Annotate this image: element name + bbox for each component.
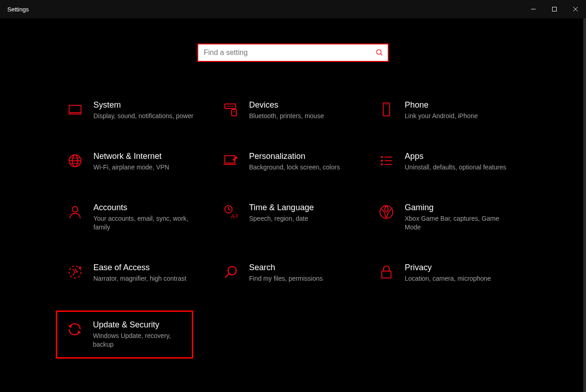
svg-rect-28: [381, 163, 383, 165]
svg-line-33: [228, 209, 230, 210]
titlebar: Settings: [0, 0, 586, 18]
gaming-icon: [377, 203, 396, 221]
tile-desc: Display, sound, notifications, power: [93, 112, 193, 120]
tile-accounts[interactable]: Accounts Your accounts, email, sync, wor…: [64, 201, 220, 234]
svg-rect-6: [69, 105, 81, 113]
tile-phone[interactable]: Phone Link your Android, iPhone: [375, 98, 531, 122]
svg-rect-12: [232, 106, 233, 107]
tile-title: Devices: [249, 100, 324, 110]
tile-desc: Your accounts, email, sync, work, family: [93, 214, 204, 232]
search-box[interactable]: [197, 44, 389, 62]
tile-title: Personalization: [249, 152, 340, 161]
close-button[interactable]: [565, 0, 586, 18]
tile-desc: Background, lock screen, colors: [249, 163, 340, 172]
tile-title: Ease of Access: [93, 263, 186, 272]
maximize-button[interactable]: [544, 0, 565, 18]
svg-point-4: [377, 50, 381, 54]
tile-title: Apps: [405, 152, 506, 161]
personalization-icon: [222, 152, 240, 170]
tile-desc: Bluetooth, printers, mouse: [249, 112, 324, 120]
settings-grid: System Display, sound, notifications, po…: [64, 62, 531, 359]
tile-system[interactable]: System Display, sound, notifications, po…: [64, 98, 220, 122]
tile-title: Privacy: [405, 263, 491, 272]
search-container: [0, 18, 586, 62]
tile-network[interactable]: Network & Internet Wi-Fi, airplane mode,…: [64, 150, 220, 174]
tile-personalization[interactable]: Personalization Background, lock screen,…: [220, 150, 375, 174]
tile-desc: Uninstall, defaults, optional features: [405, 163, 506, 172]
update-icon: [65, 320, 84, 338]
tile-devices[interactable]: Devices Bluetooth, printers, mouse: [220, 98, 375, 122]
svg-rect-13: [232, 109, 236, 116]
svg-rect-11: [230, 106, 231, 107]
tile-gaming[interactable]: Gaming Xbox Game Bar, captures, Game Mod…: [375, 201, 531, 234]
svg-text:字: 字: [234, 213, 239, 218]
tile-title: System: [93, 100, 193, 110]
svg-marker-43: [77, 330, 81, 334]
search-tile-icon: [222, 263, 240, 281]
tile-time-language[interactable]: A字 Time & Language Speech, region, date: [220, 201, 375, 234]
tile-desc: Location, camera, microphone: [405, 274, 491, 283]
devices-icon: [222, 100, 240, 119]
svg-marker-42: [68, 325, 72, 328]
tile-title: Search: [249, 263, 323, 272]
svg-rect-15: [383, 103, 390, 116]
tile-desc: Link your Android, iPhone: [405, 112, 478, 120]
tile-desc: Wi-Fi, airplane mode, VPN: [93, 163, 169, 172]
tile-desc: Find my files, permissions: [249, 274, 323, 283]
svg-point-14: [233, 111, 235, 113]
content-area: System Display, sound, notifications, po…: [0, 18, 586, 392]
phone-icon: [377, 100, 396, 119]
tile-apps[interactable]: Apps Uninstall, defaults, optional featu…: [375, 150, 531, 174]
window-title: Settings: [7, 6, 29, 13]
tile-title: Network & Internet: [93, 152, 169, 161]
svg-rect-26: [381, 160, 383, 162]
ease-of-access-icon: [66, 263, 84, 281]
vertical-scrollbar[interactable]: [583, 18, 586, 392]
svg-line-5: [381, 54, 383, 56]
tile-title: Accounts: [93, 203, 204, 212]
tile-desc: Windows Update, recovery, backup: [93, 332, 176, 349]
time-language-icon: A字: [222, 203, 240, 221]
minimize-button[interactable]: [523, 0, 544, 18]
svg-rect-9: [227, 106, 228, 107]
search-input[interactable]: [198, 49, 371, 57]
lock-icon: [377, 263, 396, 281]
svg-rect-41: [382, 271, 391, 278]
search-icon[interactable]: [371, 49, 388, 56]
tile-desc: Speech, region, date: [249, 214, 314, 223]
accounts-icon: [66, 203, 84, 221]
apps-icon: [377, 152, 396, 170]
svg-rect-1: [553, 7, 557, 11]
tile-desc: Xbox Game Bar, captures, Game Mode: [405, 214, 515, 232]
tile-title: Update & Security: [93, 320, 176, 330]
svg-rect-24: [381, 156, 383, 158]
svg-point-30: [72, 207, 78, 212]
tile-search[interactable]: Search Find my files, permissions: [220, 261, 375, 285]
svg-point-39: [228, 267, 236, 275]
globe-icon: [66, 152, 84, 170]
window-controls: [523, 0, 586, 18]
tile-title: Phone: [405, 100, 478, 110]
tile-ease-of-access[interactable]: Ease of Access Narrator, magnifier, high…: [64, 261, 220, 285]
tile-privacy[interactable]: Privacy Location, camera, microphone: [375, 261, 531, 285]
tile-title: Gaming: [405, 203, 515, 212]
tile-update-security[interactable]: Update & Security Windows Update, recove…: [56, 310, 193, 359]
tile-title: Time & Language: [249, 203, 314, 212]
svg-line-40: [225, 274, 229, 278]
tile-desc: Narrator, magnifier, high contrast: [93, 274, 186, 283]
system-icon: [66, 100, 84, 119]
svg-rect-10: [228, 106, 229, 107]
